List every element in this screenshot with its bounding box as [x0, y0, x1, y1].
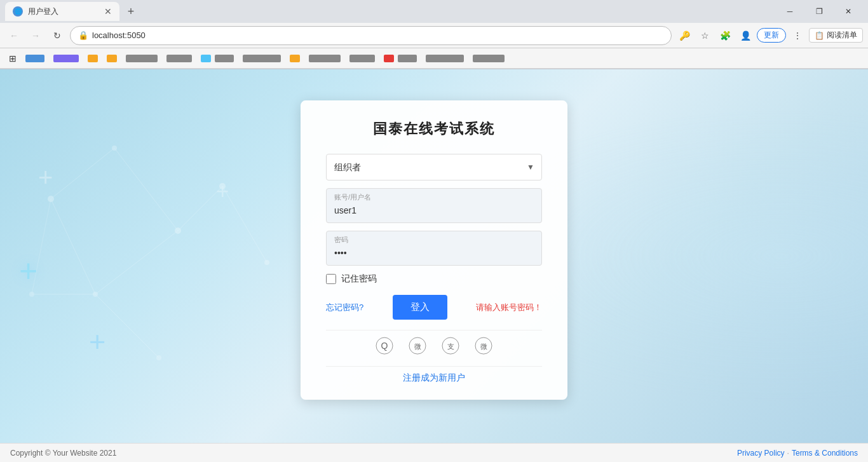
social-icon-1[interactable]: Q: [374, 336, 395, 356]
remember-label: 记住密码: [341, 273, 377, 285]
tab-favicon: 🌐: [13, 6, 23, 17]
bookmark-9[interactable]: [286, 53, 304, 64]
minimize-button[interactable]: ─: [775, 0, 804, 23]
read-list-label: 阅读清单: [827, 30, 857, 41]
main-content: + + + + 国泰在线考试系统 组织者 参考者 管理员 ▼ 账号/用户名: [0, 69, 868, 443]
bookmark-6[interactable]: [163, 53, 196, 64]
forward-button[interactable]: →: [27, 27, 44, 44]
bookmark-7[interactable]: [197, 53, 238, 64]
address-bar: ← → ↻ 🔒 localhost:5050 🔑 ☆ 🧩 👤 更新 ⋮ 📋 阅读…: [0, 23, 868, 48]
register-row: 注册成为新用户: [326, 366, 542, 384]
title-bar: 🌐 用户登入 ✕ + ─ ❐ ✕: [0, 0, 868, 23]
bookmark-1[interactable]: [22, 53, 48, 64]
role-select[interactable]: 组织者 参考者 管理员: [326, 154, 542, 180]
svg-text:支: 支: [447, 343, 454, 350]
footer-links: Privacy Policy · Terms & Conditions: [737, 449, 858, 458]
tab-title: 用户登入: [28, 6, 58, 17]
social-icon-3[interactable]: 支: [440, 336, 461, 356]
read-list-button[interactable]: 📋 阅读清单: [809, 28, 863, 43]
password-label: 密码: [327, 231, 541, 245]
username-group: 账号/用户名: [326, 188, 542, 223]
star-icon[interactable]: ☆: [696, 27, 714, 44]
bookmark-3[interactable]: [84, 53, 102, 64]
remember-row: 记住密码: [326, 273, 542, 285]
username-input[interactable]: [327, 202, 541, 222]
error-message: 请输入账号密码！: [476, 302, 542, 313]
update-button[interactable]: 更新: [757, 28, 786, 43]
bookmark-apps[interactable]: ⊞: [5, 52, 20, 65]
svg-text:微: 微: [480, 343, 487, 350]
action-row: 忘记密码? 登入 请输入账号密码！: [326, 295, 542, 320]
password-input[interactable]: [327, 245, 541, 265]
social-icon-2[interactable]: 微: [407, 336, 428, 356]
bookmark-8[interactable]: [239, 53, 285, 64]
bookmark-14[interactable]: [469, 53, 508, 64]
url-bar[interactable]: 🔒 localhost:5050: [70, 26, 672, 45]
refresh-button[interactable]: ↻: [48, 27, 66, 44]
tab-close-button[interactable]: ✕: [104, 6, 112, 17]
privacy-policy-link[interactable]: Privacy Policy: [737, 449, 785, 458]
toolbar-right: 🔑 ☆ 🧩 👤 更新 ⋮ 📋 阅读清单: [675, 27, 863, 44]
read-list-icon: 📋: [815, 31, 824, 40]
window-controls: ─ ❐ ✕: [775, 0, 863, 23]
bookmark-12[interactable]: [380, 53, 421, 64]
social-icon-4[interactable]: 微: [473, 336, 494, 356]
profile-icon[interactable]: 👤: [736, 27, 754, 44]
social-icons: Q 微 支 微: [326, 330, 542, 356]
remember-checkbox[interactable]: [326, 274, 336, 284]
terms-conditions-link[interactable]: Terms & Conditions: [792, 449, 858, 458]
svg-text:Q: Q: [381, 341, 388, 351]
svg-text:微: 微: [414, 343, 421, 350]
password-group: 密码: [326, 231, 542, 266]
extensions-icon[interactable]: 🧩: [716, 27, 734, 44]
forgot-password-link[interactable]: 忘记密码?: [326, 302, 363, 313]
role-selector-group: 组织者 参考者 管理员 ▼: [326, 154, 542, 180]
close-button[interactable]: ✕: [834, 0, 863, 23]
browser-chrome: 🌐 用户登入 ✕ + ─ ❐ ✕ ← → ↻ 🔒 localhost:5050 …: [0, 0, 868, 69]
footer-copyright: Copyright © Your Website 2021: [10, 449, 116, 458]
bookmark-4[interactable]: [103, 53, 121, 64]
restore-button[interactable]: ❐: [804, 0, 834, 23]
key-icon[interactable]: 🔑: [675, 27, 693, 44]
footer-separator: ·: [787, 449, 789, 458]
bookmark-2[interactable]: [50, 53, 83, 64]
back-button[interactable]: ←: [5, 27, 23, 44]
bookmark-5[interactable]: [122, 53, 161, 64]
menu-icon[interactable]: ⋮: [789, 27, 806, 44]
bookmark-10[interactable]: [305, 53, 344, 64]
register-link[interactable]: 注册成为新用户: [403, 372, 465, 383]
login-card: 国泰在线考试系统 组织者 参考者 管理员 ▼ 账号/用户名 密码 记住密码: [301, 100, 567, 400]
apps-icon: ⊞: [9, 53, 17, 64]
login-title: 国泰在线考试系统: [326, 119, 542, 139]
new-tab-button[interactable]: +: [122, 3, 140, 20]
lock-icon: 🔒: [78, 31, 88, 40]
username-label: 账号/用户名: [327, 189, 541, 202]
bookmark-11[interactable]: [346, 53, 379, 64]
browser-tab[interactable]: 🌐 用户登入 ✕: [5, 2, 119, 21]
bookmark-13[interactable]: [422, 53, 468, 64]
login-button[interactable]: 登入: [393, 295, 447, 320]
footer: Copyright © Your Website 2021 Privacy Po…: [0, 443, 868, 462]
url-text: localhost:5050: [92, 31, 146, 40]
bookmarks-bar: ⊞: [0, 48, 868, 69]
